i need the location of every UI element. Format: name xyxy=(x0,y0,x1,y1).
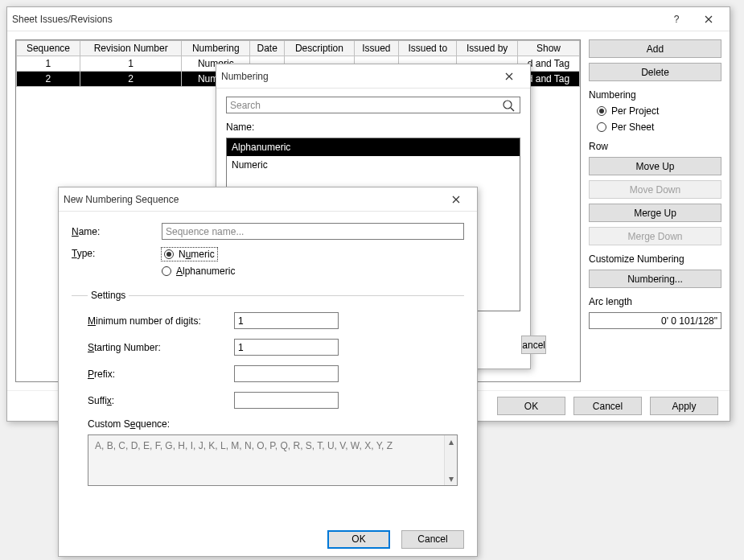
side-panel: Add Delete Numbering Per Project Per She… xyxy=(589,39,721,382)
col-description[interactable]: Description xyxy=(285,41,354,56)
move-down-button: Move Down xyxy=(589,180,721,199)
col-numbering[interactable]: Numbering xyxy=(182,41,250,56)
arc-length-field[interactable]: 0' 0 101/128" xyxy=(589,312,721,329)
type-alphanumeric-radio[interactable]: Alphanumeric xyxy=(162,266,464,277)
name-input[interactable]: Sequence name... xyxy=(162,223,464,240)
close-icon xyxy=(452,196,460,204)
col-issued-by[interactable]: Issued by xyxy=(457,41,518,56)
merge-down-button: Merge Down xyxy=(589,227,721,245)
svg-point-0 xyxy=(504,101,512,109)
type-label: Type: xyxy=(72,248,152,259)
settings-legend: Settings xyxy=(88,290,129,301)
close-icon xyxy=(705,15,713,23)
prefix-input[interactable] xyxy=(234,365,339,382)
close-button[interactable] xyxy=(440,188,472,211)
starting-number-input[interactable]: 1 xyxy=(234,339,339,356)
close-button[interactable] xyxy=(693,8,725,31)
col-issued[interactable]: Issued xyxy=(354,41,399,56)
apply-button[interactable]: Apply xyxy=(650,397,718,415)
cancel-button-fragment[interactable]: ancel xyxy=(521,336,546,354)
settings-group: Settings Minimum number of digits: 1 Sta… xyxy=(72,290,464,486)
cancel-button[interactable]: Cancel xyxy=(401,530,464,549)
move-up-button[interactable]: Move Up xyxy=(589,157,721,175)
custom-sequence-textarea[interactable]: A, B, C, D, E, F, G, H, I, J, K, L, M, N… xyxy=(88,434,458,486)
close-icon xyxy=(505,72,513,80)
numbering-group-label: Numbering xyxy=(589,89,721,101)
min-digits-label: Minimum number of digits: xyxy=(88,315,224,327)
search-icon xyxy=(502,99,515,112)
per-project-radio[interactable]: Per Project xyxy=(589,105,721,117)
scroll-up-icon[interactable]: ▴ xyxy=(445,435,457,448)
suffix-input[interactable] xyxy=(234,392,339,409)
col-issued-to[interactable]: Issued to xyxy=(399,41,457,56)
search-input[interactable]: Search xyxy=(226,97,520,113)
arc-length-label: Arc length xyxy=(589,296,721,307)
col-date[interactable]: Date xyxy=(250,41,285,56)
name-label: Name: xyxy=(72,226,152,237)
scroll-down-icon[interactable]: ▾ xyxy=(445,472,457,485)
min-digits-input[interactable]: 1 xyxy=(234,312,339,329)
radio-icon xyxy=(597,122,606,132)
dialog-footer: OK Cancel xyxy=(59,522,477,556)
col-revision-number[interactable]: Revision Number xyxy=(80,41,182,56)
numbering-settings-button[interactable]: Numbering... xyxy=(589,270,721,288)
starting-number-label: Starting Number: xyxy=(88,342,224,353)
per-sheet-radio[interactable]: Per Sheet xyxy=(589,121,721,133)
radio-icon xyxy=(164,249,174,259)
custom-sequence-label: Custom Sequence: xyxy=(88,418,464,430)
window-title: Numbering xyxy=(221,71,493,82)
delete-button[interactable]: Delete xyxy=(589,63,721,81)
suffix-label: Suffix: xyxy=(88,395,224,406)
radio-icon xyxy=(162,266,171,276)
name-label: Name: xyxy=(226,121,520,133)
scrollbar[interactable]: ▴ ▾ xyxy=(444,435,457,485)
prefix-label: Prefix: xyxy=(88,369,224,380)
ok-button[interactable]: OK xyxy=(497,397,565,415)
add-button[interactable]: Add xyxy=(589,39,721,58)
titlebar: Sheet Issues/Revisions ? xyxy=(7,7,730,31)
window-title: Sheet Issues/Revisions xyxy=(12,14,660,25)
titlebar: New Numbering Sequence xyxy=(59,187,477,212)
radio-icon xyxy=(597,106,606,116)
cancel-button[interactable]: Cancel xyxy=(573,397,642,415)
row-group-label: Row xyxy=(589,141,721,152)
window-title: New Numbering Sequence xyxy=(64,194,440,205)
col-show[interactable]: Show xyxy=(517,41,579,56)
titlebar: Numbering xyxy=(216,64,530,89)
merge-up-button[interactable]: Merge Up xyxy=(589,204,721,222)
close-button[interactable] xyxy=(493,65,525,88)
customize-group-label: Customize Numbering xyxy=(589,253,721,265)
help-button[interactable]: ? xyxy=(660,8,693,31)
col-sequence[interactable]: Sequence xyxy=(17,41,80,56)
new-numbering-sequence-dialog: New Numbering Sequence Name: Sequence na… xyxy=(58,187,478,557)
ok-button[interactable]: OK xyxy=(327,530,390,549)
type-numeric-radio[interactable]: Numeric xyxy=(162,248,217,261)
list-item[interactable]: Numeric xyxy=(227,156,520,174)
list-item[interactable]: Alphanumeric xyxy=(227,138,520,156)
